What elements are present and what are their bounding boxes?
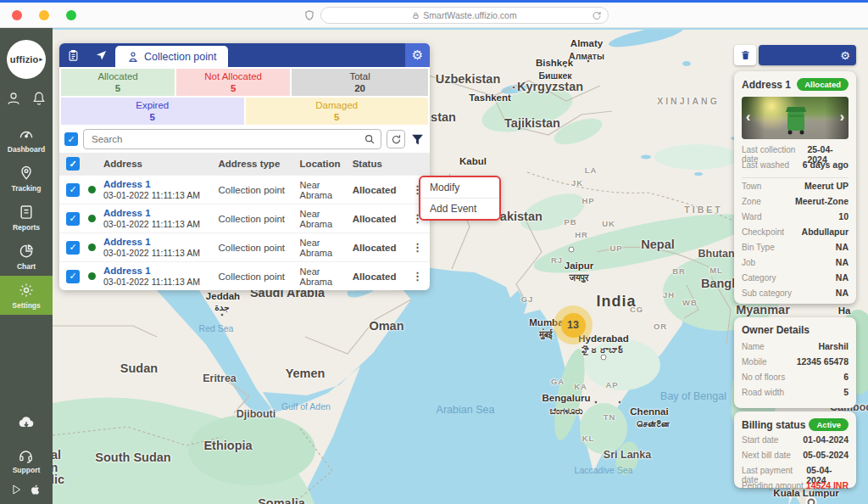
row-datetime: 03-01-2022 11:11:13 AM — [103, 277, 211, 287]
map-label: South Sudan — [95, 451, 170, 464]
sidebar-item-settings[interactable]: Settings — [0, 276, 53, 315]
panel-settings-gear-icon[interactable]: ⚙ — [405, 43, 430, 67]
carousel-next-icon[interactable]: › — [840, 110, 844, 124]
headset-icon — [18, 448, 34, 464]
carousel-prev-icon[interactable]: ‹ — [746, 110, 750, 124]
map-label: India — [596, 293, 636, 311]
map-city-dot — [601, 355, 607, 361]
map-label: Bhutan — [698, 248, 734, 260]
list-clipboard-icon[interactable] — [59, 49, 87, 62]
table-row[interactable]: ✓ Address 103-01-2022 11:11:13 AM Collec… — [59, 204, 430, 233]
cluster-marker[interactable]: 13 — [554, 305, 593, 344]
row-checkbox[interactable]: ✓ — [66, 212, 80, 226]
sidebar-item-support[interactable]: Support — [13, 448, 41, 474]
row-address[interactable]: Address 1 — [103, 266, 211, 276]
details-settings-gear-icon[interactable]: ⚙ — [840, 49, 850, 62]
detail-row: Last collection date25-04-2024 — [742, 144, 849, 160]
stat-damaged[interactable]: Damaged5 — [246, 98, 429, 125]
navigation-arrow-icon[interactable] — [87, 49, 115, 62]
location-pin-icon — [18, 165, 35, 182]
maximize-window-button[interactable] — [66, 10, 76, 20]
detail-value: NA — [836, 257, 849, 267]
search-row: ✓ — [59, 125, 430, 153]
tab-collection-point[interactable]: Collection point — [115, 46, 228, 67]
col-status[interactable]: Status — [349, 153, 405, 176]
header-checkbox[interactable]: ✓ — [66, 157, 80, 171]
map-city-dot — [618, 400, 622, 405]
col-location[interactable]: Location — [297, 153, 349, 176]
sidebar-item-tracking[interactable]: Tracking — [0, 159, 53, 198]
sidebar-item-dashboard[interactable]: Dashboard — [0, 120, 53, 159]
row-checkbox[interactable]: ✓ — [66, 183, 80, 197]
detail-value: Meerut UP — [804, 181, 849, 191]
col-address-type[interactable]: Address type — [214, 153, 296, 176]
search-input[interactable] — [84, 130, 381, 148]
map-label: AP — [605, 380, 618, 389]
apple-icon[interactable] — [30, 483, 42, 500]
map-label: جدة — [214, 302, 230, 312]
row-checkbox[interactable]: ✓ — [66, 241, 80, 255]
map-label: Almaty — [570, 38, 603, 48]
sidebar-item-reports[interactable]: Reports — [0, 198, 53, 237]
row-address[interactable]: Address 1 — [103, 179, 211, 189]
row-address[interactable]: Address 1 — [103, 237, 211, 247]
filter-icon[interactable] — [410, 132, 425, 147]
cloud-download-icon[interactable] — [16, 414, 36, 434]
row-address[interactable]: Address 1 — [103, 208, 211, 218]
search-icon[interactable] — [364, 133, 376, 148]
user-icon[interactable] — [6, 91, 21, 109]
stat-expired[interactable]: Expired5 — [61, 98, 244, 125]
detail-row: Start date01-04-2024 — [742, 434, 849, 450]
col-address[interactable]: Address — [100, 153, 214, 176]
table-row[interactable]: ✓ Address 103-01-2022 11:11:13 AM Collec… — [59, 233, 430, 262]
detail-label: Start date — [742, 435, 778, 445]
status-dot-icon — [88, 272, 96, 280]
billing-status-card: Billing status Active Start date01-04-20… — [734, 412, 856, 488]
row-location-2: Abrama — [300, 190, 346, 200]
close-window-button[interactable] — [12, 10, 22, 20]
status-dot-icon — [88, 186, 96, 193]
stat-label: Not Allocated — [204, 70, 262, 82]
stat-total[interactable]: Total20 — [292, 69, 428, 96]
select-all-checkbox[interactable]: ✓ — [64, 132, 78, 146]
row-checkbox[interactable]: ✓ — [66, 270, 80, 283]
map-label: LA — [585, 165, 598, 175]
table-row[interactable]: ✓ Address 103-01-2022 11:11:13 AM Collec… — [59, 262, 430, 291]
detail-label: Sub category — [742, 288, 792, 298]
row-menu-icon[interactable]: ⋮ — [409, 270, 426, 283]
map-city-dot — [594, 400, 598, 405]
uffizio-logo[interactable]: uffizio▸ — [7, 40, 46, 79]
row-location-2: Abrama — [300, 219, 346, 229]
row-menu-icon[interactable]: ⋮ — [409, 241, 426, 254]
detail-value: 01-04-2024 — [803, 434, 849, 445]
detail-label: Next bill date — [742, 451, 791, 460]
map-label: Jeddah — [206, 291, 240, 301]
reload-icon[interactable] — [592, 10, 602, 23]
map-label: मुंबई — [539, 329, 552, 340]
map-label: Somalia — [258, 496, 305, 504]
row-address-type: Collection point — [214, 176, 296, 204]
detail-label: Checkpoint — [742, 227, 784, 237]
notifications-bell-icon[interactable] — [31, 91, 47, 109]
table-row[interactable]: ✓ Address 103-01-2022 11:11:13 AM Collec… — [59, 176, 430, 204]
status-dot-icon — [88, 215, 96, 222]
refresh-button[interactable] — [387, 130, 405, 148]
detail-row: CategoryNA — [742, 272, 849, 288]
stat-not-allocated[interactable]: Not Allocated5 — [176, 69, 290, 96]
delete-trash-button[interactable] — [734, 45, 756, 65]
map-label: Kyrgyzstan — [517, 80, 583, 93]
status-dot-icon — [88, 244, 96, 251]
sidebar-item-chart[interactable]: Chart — [0, 237, 53, 276]
menu-item-modify[interactable]: Modify — [420, 177, 499, 199]
stat-allocated[interactable]: Allocated5 — [61, 69, 175, 96]
row-address-type: Collection point — [214, 262, 296, 291]
address-bar[interactable]: SmartWaste.uffizio.com — [320, 7, 609, 24]
google-play-icon[interactable] — [11, 484, 23, 499]
row-status: Allocated — [349, 204, 405, 233]
map-label: UK — [602, 219, 615, 228]
minimize-window-button[interactable] — [39, 10, 49, 20]
map-label: WB — [682, 298, 698, 307]
bin-photo-carousel[interactable]: ‹ › — [742, 97, 849, 139]
menu-item-add-event[interactable]: Add Event — [420, 199, 499, 219]
detail-row: Mobile12345 65478 — [742, 356, 849, 372]
